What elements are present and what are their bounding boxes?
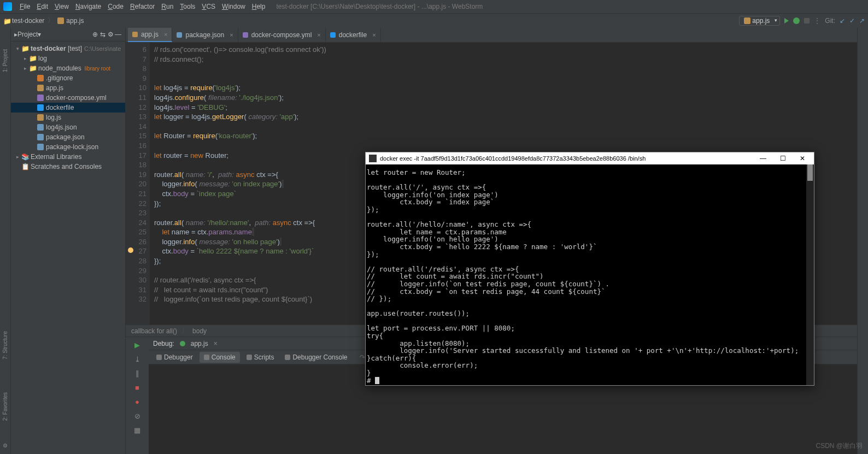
- toolwin-structure[interactable]: 7: Structure: [2, 331, 8, 359]
- editor-tabs: app.js×package.json×docker-compose.yml×d…: [126, 27, 857, 43]
- right-rail: [857, 27, 868, 454]
- debug-icon[interactable]: [793, 17, 800, 24]
- tree-item-log[interactable]: ▸📁log: [11, 54, 125, 63]
- crumb-a[interactable]: callback for all(): [131, 327, 177, 335]
- tree-external-libs[interactable]: ▸📚External Libraries: [11, 152, 125, 162]
- close-icon[interactable]: ✕: [794, 155, 811, 162]
- crumb-b[interactable]: body: [192, 327, 207, 335]
- terminal-titlebar[interactable]: docker exec -it 7aadf5f9d13d1fc73a06c401…: [366, 152, 814, 164]
- maximize-icon[interactable]: ☐: [775, 155, 791, 162]
- terminal-window[interactable]: docker exec -it 7aadf5f9d13d1fc73a06c401…: [365, 152, 814, 386]
- menu-code[interactable]: Code: [104, 3, 127, 10]
- resume-icon[interactable]: ⤓: [132, 353, 143, 364]
- run-config-dropdown[interactable]: app.js: [739, 16, 780, 26]
- terminal-cursor: [375, 377, 379, 384]
- mute-bp-icon[interactable]: ⊘: [132, 410, 143, 421]
- toolwin-favorites[interactable]: 2: Favorites: [2, 392, 8, 421]
- toolbar: 📁test-docker〉 app.js app.js ⋮ Git: ↙ ✓ ↗: [0, 13, 868, 27]
- app-logo-icon: [3, 2, 12, 11]
- left-tool-rail: 1: Project 7: Structure 2: Favorites ⚙: [0, 27, 11, 454]
- tree-item-docker-compose-yml[interactable]: docker-compose.yml: [11, 93, 125, 103]
- debug-target[interactable]: app.js: [191, 340, 208, 347]
- project-tree: ▾📁 test-docker [test] C:\Users\nate ▸📁lo…: [11, 42, 125, 174]
- sidebar-title: Project: [17, 31, 38, 38]
- intention-bulb-icon[interactable]: [128, 247, 133, 253]
- close-icon[interactable]: ×: [317, 32, 320, 38]
- more-icon[interactable]: ⋮: [814, 17, 820, 25]
- project-sidebar: ▸ Project ▾ ⊕ ⇆ ⚙ — ▾📁 test-docker [test…: [11, 27, 126, 454]
- terminal-scrollbar[interactable]: [806, 164, 814, 385]
- tab-docker-compose-yml[interactable]: docker-compose.yml×: [238, 28, 326, 42]
- menu-view[interactable]: View: [51, 3, 72, 10]
- menu-file[interactable]: File: [16, 3, 33, 10]
- terminal-title: docker exec -it 7aadf5f9d13d1fc73a06c401…: [380, 155, 646, 162]
- pause-icon[interactable]: ∥: [132, 368, 143, 379]
- git-push-icon[interactable]: ↗: [859, 17, 865, 25]
- breadcrumbs: 📁test-docker〉 app.js: [3, 16, 84, 25]
- dbgtab-console[interactable]: Console: [200, 352, 240, 363]
- settings-icon[interactable]: ⚙: [107, 31, 114, 38]
- window-title: test-docker [C:\Users\Nate\Desktop\test-…: [276, 3, 483, 10]
- dbgtab-debugger-console[interactable]: Debugger Console: [280, 352, 351, 363]
- run-icon[interactable]: [784, 18, 789, 23]
- tree-item-package-json[interactable]: package.json: [11, 132, 125, 142]
- collapse-icon[interactable]: ⇆: [99, 31, 107, 38]
- stop-icon[interactable]: ■: [132, 382, 143, 393]
- git-branch-icon[interactable]: ↙: [840, 17, 845, 25]
- tree-item-log-js[interactable]: log.js: [11, 113, 125, 122]
- menu-help[interactable]: Help: [249, 3, 269, 10]
- tree-scratches[interactable]: 📋Scratches and Consoles: [11, 162, 125, 172]
- menu-window[interactable]: Window: [219, 3, 249, 10]
- toolwin-project[interactable]: 1: Project: [2, 49, 8, 72]
- view-bp-icon[interactable]: ●: [132, 396, 143, 407]
- menu-navigate[interactable]: Navigate: [72, 3, 104, 10]
- close-icon[interactable]: ×: [372, 32, 376, 38]
- debug-rail: ▶ ⤓ ∥ ■ ● ⊘ ▦: [126, 337, 149, 454]
- tab-app-js[interactable]: app.js×: [128, 28, 172, 42]
- tree-item-app-js[interactable]: app.js: [11, 83, 125, 93]
- terminal-icon: [369, 155, 377, 162]
- dbgtab-debugger[interactable]: Debugger: [152, 352, 197, 363]
- menu-bar: FileEditViewNavigateCodeRefactorRunTools…: [0, 0, 868, 13]
- hide-icon[interactable]: —: [114, 31, 122, 38]
- tree-root[interactable]: ▾📁 test-docker [test] C:\Users\nate: [11, 44, 125, 54]
- menu-vcs[interactable]: VCS: [198, 3, 219, 10]
- tree-item-node_modules[interactable]: ▸📁node_moduleslibrary root: [11, 63, 125, 73]
- step-over-icon[interactable]: ↷: [360, 353, 365, 361]
- minimize-icon[interactable]: —: [755, 155, 771, 162]
- debug-label: Debug:: [153, 340, 174, 347]
- tree-item--gitignore[interactable]: .gitignore: [11, 73, 125, 83]
- settings-icon[interactable]: ⚙: [3, 443, 8, 449]
- dbgtab-scripts[interactable]: Scripts: [242, 352, 279, 363]
- menu-tools[interactable]: Tools: [177, 3, 198, 10]
- crumb-project[interactable]: 📁test-docker〉: [3, 16, 55, 25]
- layout-icon[interactable]: ▦: [132, 424, 143, 435]
- crumb-file[interactable]: app.js: [57, 17, 84, 25]
- close-icon[interactable]: ×: [230, 32, 233, 38]
- git-label: Git:: [825, 17, 835, 25]
- git-update-icon[interactable]: ✓: [849, 17, 855, 25]
- locate-icon[interactable]: ⊕: [91, 31, 99, 38]
- tree-item-log4js-json[interactable]: log4js.json: [11, 122, 125, 132]
- close-icon[interactable]: ×: [164, 31, 167, 38]
- tab-dockerfile[interactable]: dockerfile×: [326, 28, 381, 42]
- menu-refactor[interactable]: Refactor: [127, 3, 158, 10]
- tab-package-json[interactable]: package.json×: [172, 28, 238, 42]
- terminal-body[interactable]: let router = new Router; router.all('/',…: [366, 164, 814, 385]
- tree-item-package-lock-json[interactable]: package-lock.json: [11, 142, 125, 152]
- stop-icon[interactable]: [804, 18, 810, 23]
- gutter: 6789101112131415161718192021222324252627…: [126, 43, 150, 325]
- rerun-icon[interactable]: ▶: [132, 339, 143, 350]
- bug-icon: [180, 341, 185, 346]
- tree-item-dockerfile[interactable]: dockerfile: [11, 103, 125, 113]
- watermark: CSDN @谢白羽: [816, 441, 863, 451]
- menu-run[interactable]: Run: [158, 3, 177, 10]
- menu-edit[interactable]: Edit: [33, 3, 51, 10]
- close-icon[interactable]: ×: [214, 340, 218, 347]
